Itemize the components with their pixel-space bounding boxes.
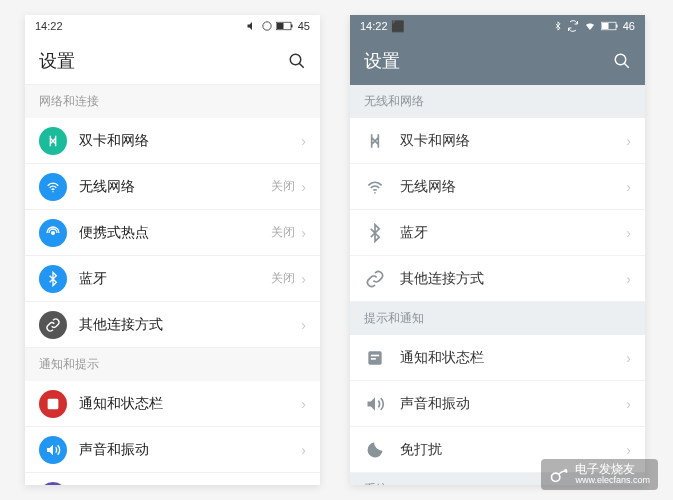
- svg-point-0: [263, 22, 271, 30]
- svg-rect-18: [371, 354, 379, 356]
- list-item[interactable]: 通知和状态栏 ›: [350, 335, 645, 381]
- item-label: 声音和振动: [79, 441, 301, 459]
- wifi-icon: [583, 20, 597, 32]
- list-item[interactable]: 蓝牙 ›: [350, 210, 645, 256]
- header: 设置: [350, 37, 645, 85]
- svg-point-4: [290, 54, 301, 65]
- status-icons: 45: [246, 20, 310, 32]
- sound-icon: [39, 436, 67, 464]
- svg-point-6: [52, 191, 53, 192]
- wifi-icon: [39, 173, 67, 201]
- svg-line-5: [299, 63, 304, 68]
- statusbar: 14:22 ⬛ 46: [350, 15, 645, 37]
- list-item[interactable]: 蓝牙 关闭 ›: [25, 256, 320, 302]
- chevron-right-icon: ›: [301, 179, 306, 195]
- sim-icon: [364, 130, 386, 152]
- sync-icon: [567, 20, 579, 32]
- item-label: 蓝牙: [400, 224, 626, 242]
- item-label: 其他连接方式: [79, 316, 301, 334]
- svg-rect-13: [602, 23, 609, 29]
- svg-point-16: [374, 192, 376, 194]
- item-status: 关闭: [271, 270, 295, 287]
- chevron-right-icon: ›: [626, 179, 631, 195]
- list-item[interactable]: 无线网络 关闭 ›: [25, 164, 320, 210]
- list-item[interactable]: 其他连接方式 ›: [350, 256, 645, 302]
- battery-icon: [276, 21, 294, 31]
- notification-icon: [39, 390, 67, 418]
- chevron-right-icon: ›: [626, 442, 631, 458]
- list-item[interactable]: 声音和振动 ›: [25, 427, 320, 473]
- item-label: 蓝牙: [79, 270, 271, 288]
- dnd-icon: [39, 482, 67, 486]
- svg-rect-19: [371, 358, 376, 360]
- list-item[interactable]: 通知和状态栏 ›: [25, 381, 320, 427]
- section-header: 网络和连接: [25, 85, 320, 118]
- item-label: 无线网络: [400, 178, 626, 196]
- battery-icon: [601, 21, 619, 31]
- watermark-url: www.elecfans.com: [575, 476, 650, 486]
- chevron-right-icon: ›: [626, 350, 631, 366]
- page-title: 设置: [364, 49, 613, 73]
- notification-icon: [364, 347, 386, 369]
- svg-line-15: [624, 63, 629, 68]
- chevron-right-icon: ›: [626, 225, 631, 241]
- svg-point-14: [615, 54, 626, 65]
- status-icons: 46: [553, 20, 635, 32]
- settings-list: 网络和连接 双卡和网络 › 无线网络 关闭 › 便携式热点 关闭 ›: [25, 85, 320, 485]
- hotspot-icon: [39, 219, 67, 247]
- svg-rect-10: [50, 404, 54, 405]
- data-icon: [262, 21, 272, 31]
- section-header: 通知和提示: [25, 348, 320, 381]
- svg-rect-9: [50, 401, 57, 402]
- list-item[interactable]: 无线网络 ›: [350, 164, 645, 210]
- link-icon: [364, 268, 386, 290]
- item-label: 便携式热点: [79, 224, 271, 242]
- item-label: 双卡和网络: [79, 132, 301, 150]
- svg-point-7: [51, 231, 55, 235]
- svg-point-22: [552, 474, 560, 482]
- watermark: 电子发烧友 www.elecfans.com: [541, 459, 658, 490]
- chevron-right-icon: ›: [301, 442, 306, 458]
- statusbar: 14:22 45: [25, 15, 320, 37]
- list-item[interactable]: 便携式热点 关闭 ›: [25, 210, 320, 256]
- section-header: 无线和网络: [350, 85, 645, 118]
- sound-icon: [246, 20, 258, 32]
- item-label: 声音和振动: [400, 395, 626, 413]
- sound-icon: [364, 393, 386, 415]
- page-title: 设置: [39, 49, 288, 73]
- list-item[interactable]: 免打扰 ›: [25, 473, 320, 485]
- item-label: 通知和状态栏: [400, 349, 626, 367]
- svg-rect-12: [616, 25, 618, 28]
- bluetooth-icon: [553, 20, 563, 32]
- item-label: 免打扰: [400, 441, 626, 459]
- sim-icon: [39, 127, 67, 155]
- item-label: 双卡和网络: [400, 132, 626, 150]
- chevron-right-icon: ›: [626, 133, 631, 149]
- battery-text: 45: [298, 20, 310, 32]
- list-item[interactable]: 其他连接方式 ›: [25, 302, 320, 348]
- battery-text: 46: [623, 20, 635, 32]
- svg-rect-2: [291, 25, 293, 28]
- chevron-right-icon: ›: [301, 133, 306, 149]
- search-icon[interactable]: [288, 52, 306, 70]
- status-time: 14:22 ⬛: [360, 20, 553, 33]
- link-icon: [39, 311, 67, 339]
- chevron-right-icon: ›: [301, 271, 306, 287]
- item-label: 无线网络: [79, 178, 271, 196]
- phone-left: 14:22 45 设置 网络和连接 双卡和网络 › 无线网络 关闭 ›: [25, 15, 320, 485]
- search-icon[interactable]: [613, 52, 631, 70]
- section-header: 提示和通知: [350, 302, 645, 335]
- list-item[interactable]: 双卡和网络 ›: [25, 118, 320, 164]
- list-item[interactable]: 双卡和网络 ›: [350, 118, 645, 164]
- chevron-right-icon: ›: [301, 317, 306, 333]
- svg-rect-3: [277, 23, 284, 29]
- header: 设置: [25, 37, 320, 85]
- item-status: 关闭: [271, 178, 295, 195]
- chevron-right-icon: ›: [626, 396, 631, 412]
- bluetooth-icon: [39, 265, 67, 293]
- settings-list: 无线和网络 双卡和网络 › 无线网络 › 蓝牙 › 其他: [350, 85, 645, 485]
- logo-icon: [549, 464, 569, 484]
- chevron-right-icon: ›: [301, 225, 306, 241]
- status-time: 14:22: [35, 20, 246, 32]
- list-item[interactable]: 声音和振动 ›: [350, 381, 645, 427]
